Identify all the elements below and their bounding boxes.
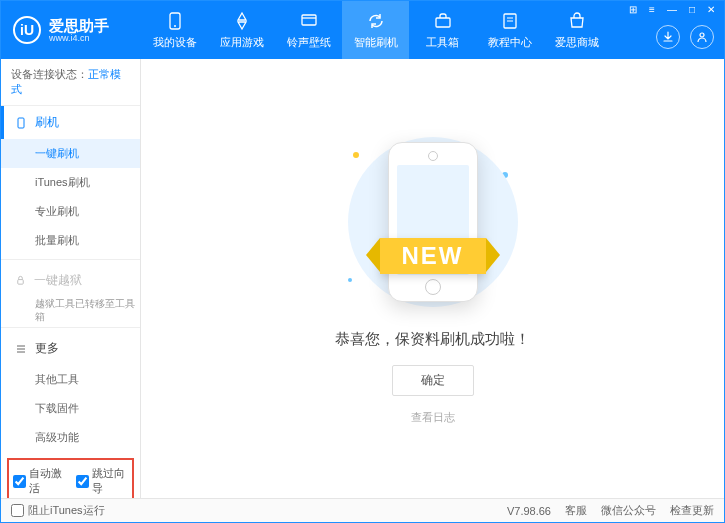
book-icon [500,11,520,31]
svg-rect-7 [18,280,24,285]
skip-guide-checkbox[interactable]: 跳过向导 [76,466,129,496]
connection-status: 设备连接状态：正常模式 [1,59,140,106]
jailbreak-note: 越狱工具已转移至工具箱 [1,297,140,323]
nav-item-3[interactable]: 智能刷机 [342,1,409,59]
wechat-link[interactable]: 微信公众号 [601,503,656,518]
top-nav: 我的设备应用游戏铃声壁纸智能刷机工具箱教程中心爱思商城 [141,1,610,59]
sidebar-item-flash-2[interactable]: 专业刷机 [1,197,140,226]
block-itunes-checkbox[interactable]: 阻止iTunes运行 [11,503,105,518]
header: iU 爱思助手 www.i4.cn 我的设备应用游戏铃声壁纸智能刷机工具箱教程中… [1,1,724,59]
nav-label: 应用游戏 [220,35,264,50]
nav-label: 我的设备 [153,35,197,50]
sidebar-section-flash[interactable]: 刷机 [1,106,140,139]
success-illustration: NEW [333,132,533,312]
nav-item-5[interactable]: 教程中心 [476,1,543,59]
nav-item-2[interactable]: 铃声壁纸 [275,1,342,59]
user-icon[interactable] [690,25,714,49]
svg-rect-2 [302,15,316,25]
shop-icon [567,11,587,31]
version-label: V7.98.66 [507,505,551,517]
phone-icon [15,117,27,129]
nav-item-6[interactable]: 爱思商城 [543,1,610,59]
logo-icon: iU [13,16,41,44]
refresh-icon [366,11,386,31]
sidebar-section-more[interactable]: 更多 [1,332,140,365]
sidebar-item-flash-1[interactable]: iTunes刷机 [1,168,140,197]
sidebar-item-more-2[interactable]: 高级功能 [1,423,140,452]
nav-label: 智能刷机 [354,35,398,50]
nav-label: 教程中心 [488,35,532,50]
support-link[interactable]: 客服 [565,503,587,518]
svg-point-1 [174,25,176,27]
sidebar-section-jailbreak[interactable]: 一键越狱 [1,264,140,297]
view-log-link[interactable]: 查看日志 [411,410,455,425]
nav-label: 铃声壁纸 [287,35,331,50]
layout-icon[interactable]: ⊞ [626,4,640,15]
nav-label: 工具箱 [426,35,459,50]
logo-area: iU 爱思助手 www.i4.cn [1,16,141,44]
update-link[interactable]: 检查更新 [670,503,714,518]
sidebar-item-more-1[interactable]: 下载固件 [1,394,140,423]
footer: 阻止iTunes运行 V7.98.66 客服 微信公众号 检查更新 [1,498,724,522]
window-controls: ⊞ ≡ — □ ✕ [626,4,718,15]
sidebar-item-more-0[interactable]: 其他工具 [1,365,140,394]
phone-icon [165,11,185,31]
nav-item-0[interactable]: 我的设备 [141,1,208,59]
sidebar-item-flash-0[interactable]: 一键刷机 [1,139,140,168]
nav-label: 爱思商城 [555,35,599,50]
close-button[interactable]: ✕ [704,4,718,15]
new-ribbon: NEW [380,238,486,274]
menu-icon [15,343,27,355]
svg-point-5 [700,33,704,37]
main-content: NEW 恭喜您，保资料刷机成功啦！ 确定 查看日志 [141,59,724,498]
maximize-button[interactable]: □ [686,4,698,15]
sidebar-item-flash-3[interactable]: 批量刷机 [1,226,140,255]
apps-icon [232,11,252,31]
nav-item-1[interactable]: 应用游戏 [208,1,275,59]
svg-rect-3 [436,18,450,27]
menu-icon[interactable]: ≡ [646,4,658,15]
minimize-button[interactable]: — [664,4,680,15]
auto-activate-checkbox[interactable]: 自动激活 [13,466,66,496]
toolbox-icon [433,11,453,31]
app-name: 爱思助手 [49,18,109,33]
confirm-button[interactable]: 确定 [392,365,474,396]
sidebar: 设备连接状态：正常模式 刷机 一键刷机iTunes刷机专业刷机批量刷机 一键越狱… [1,59,141,498]
music-icon [299,11,319,31]
app-url: www.i4.cn [49,33,109,43]
download-icon[interactable] [656,25,680,49]
success-message: 恭喜您，保资料刷机成功啦！ [335,330,530,349]
nav-item-4[interactable]: 工具箱 [409,1,476,59]
checkbox-row: 自动激活 跳过向导 [7,458,134,498]
svg-rect-6 [18,118,24,128]
lock-icon [15,275,26,286]
